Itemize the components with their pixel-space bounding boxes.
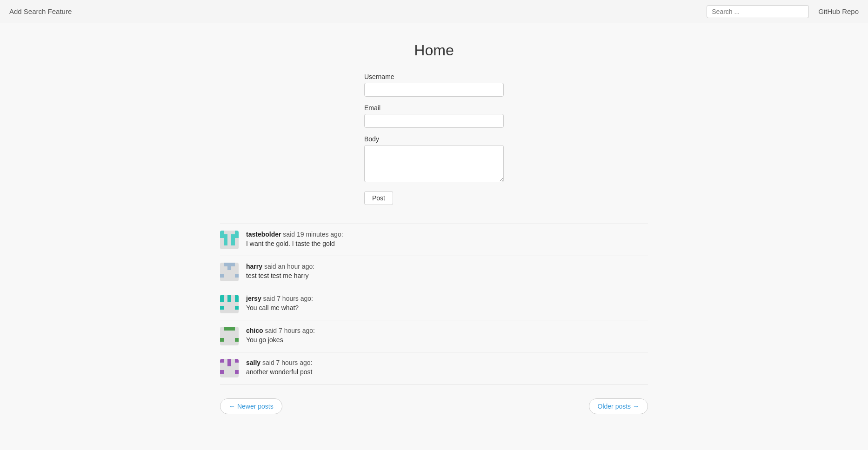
svg-rect-44 bbox=[224, 274, 227, 278]
svg-rect-88 bbox=[227, 331, 231, 334]
svg-rect-116 bbox=[235, 366, 239, 370]
svg-rect-47 bbox=[220, 278, 224, 281]
post-body: You go jokes bbox=[246, 336, 648, 344]
svg-rect-12 bbox=[235, 238, 239, 242]
svg-rect-20 bbox=[227, 242, 231, 245]
post-body: I want the gold. I taste the gold bbox=[246, 240, 648, 247]
svg-rect-74 bbox=[235, 310, 239, 313]
svg-rect-23 bbox=[224, 245, 227, 249]
svg-rect-9 bbox=[231, 234, 235, 238]
older-posts-button[interactable]: Older posts → bbox=[589, 398, 648, 414]
main-content: Home Username Email Body Post tastebolde… bbox=[211, 23, 657, 433]
svg-rect-14 bbox=[231, 238, 235, 242]
svg-rect-72 bbox=[227, 306, 231, 310]
svg-rect-122 bbox=[224, 370, 227, 374]
svg-rect-109 bbox=[227, 359, 231, 363]
svg-rect-32 bbox=[220, 266, 224, 270]
svg-rect-3 bbox=[224, 231, 227, 234]
svg-rect-63 bbox=[220, 302, 224, 306]
svg-rect-93 bbox=[227, 334, 231, 338]
svg-rect-105 bbox=[220, 359, 224, 363]
svg-rect-108 bbox=[231, 359, 235, 363]
post-content: jersy said 7 hours ago:You call me what? bbox=[246, 295, 648, 311]
avatar bbox=[220, 295, 239, 313]
svg-rect-121 bbox=[235, 370, 239, 374]
username-field-group: Username bbox=[364, 73, 504, 97]
svg-rect-128 bbox=[231, 374, 235, 377]
svg-rect-35 bbox=[231, 266, 235, 270]
svg-rect-102 bbox=[231, 342, 235, 345]
post-meta: tastebolder said 19 minutes ago: bbox=[246, 231, 648, 238]
body-textarea[interactable] bbox=[364, 145, 504, 182]
svg-rect-83 bbox=[227, 327, 231, 331]
search-input[interactable] bbox=[707, 5, 809, 18]
svg-rect-90 bbox=[235, 334, 239, 338]
body-label: Body bbox=[364, 135, 504, 143]
post-button[interactable]: Post bbox=[364, 191, 393, 205]
svg-rect-111 bbox=[235, 363, 239, 366]
svg-rect-117 bbox=[224, 366, 227, 370]
post-body: test test test me harry bbox=[246, 272, 648, 279]
svg-rect-70 bbox=[224, 306, 227, 310]
svg-rect-51 bbox=[227, 278, 231, 281]
svg-rect-53 bbox=[220, 295, 224, 298]
svg-rect-73 bbox=[220, 310, 224, 313]
svg-rect-80 bbox=[235, 327, 239, 331]
post-content: chico said 7 hours ago:You go jokes bbox=[246, 327, 648, 344]
svg-rect-42 bbox=[220, 274, 224, 278]
github-repo-link[interactable]: GitHub Repo bbox=[818, 7, 859, 15]
svg-rect-87 bbox=[231, 331, 235, 334]
email-input[interactable] bbox=[364, 114, 504, 128]
svg-rect-82 bbox=[231, 327, 235, 331]
newer-posts-button[interactable]: ← Newer posts bbox=[220, 398, 282, 414]
svg-rect-76 bbox=[231, 310, 235, 313]
svg-rect-49 bbox=[224, 278, 227, 281]
avatar bbox=[220, 231, 239, 249]
svg-rect-75 bbox=[224, 310, 227, 313]
svg-rect-6 bbox=[220, 234, 224, 238]
svg-rect-18 bbox=[224, 242, 227, 245]
svg-rect-16 bbox=[220, 242, 224, 245]
svg-rect-27 bbox=[220, 263, 224, 266]
username-label: Username bbox=[364, 73, 504, 80]
svg-rect-124 bbox=[227, 370, 231, 374]
svg-rect-48 bbox=[235, 278, 239, 281]
post-item: chico said 7 hours ago:You go jokes bbox=[220, 320, 648, 352]
post-meta: chico said 7 hours ago: bbox=[246, 327, 648, 334]
svg-rect-129 bbox=[227, 374, 231, 377]
svg-rect-28 bbox=[235, 263, 239, 266]
svg-rect-67 bbox=[227, 302, 231, 306]
svg-rect-25 bbox=[227, 245, 231, 249]
svg-rect-22 bbox=[235, 245, 239, 249]
svg-rect-115 bbox=[220, 366, 224, 370]
post-content: sally said 7 hours ago:another wonderful… bbox=[246, 359, 648, 376]
post-content: tastebolder said 19 minutes ago:I want t… bbox=[246, 231, 648, 247]
svg-rect-99 bbox=[220, 342, 224, 345]
svg-rect-57 bbox=[227, 295, 231, 298]
svg-rect-97 bbox=[231, 338, 235, 342]
post-item: sally said 7 hours ago:another wonderful… bbox=[220, 352, 648, 384]
svg-rect-107 bbox=[224, 359, 227, 363]
svg-rect-13 bbox=[224, 238, 227, 242]
svg-rect-125 bbox=[220, 374, 224, 377]
svg-rect-17 bbox=[235, 242, 239, 245]
svg-rect-103 bbox=[227, 342, 231, 345]
svg-rect-60 bbox=[224, 298, 227, 302]
username-input[interactable] bbox=[364, 83, 504, 97]
svg-rect-62 bbox=[227, 298, 231, 302]
post-form: Username Email Body Post bbox=[364, 73, 504, 205]
post-meta: harry said an hour ago: bbox=[246, 263, 648, 270]
svg-rect-33 bbox=[235, 266, 239, 270]
svg-rect-40 bbox=[231, 270, 235, 274]
svg-rect-118 bbox=[231, 366, 235, 370]
avatar bbox=[220, 359, 239, 377]
svg-rect-110 bbox=[220, 363, 224, 366]
svg-rect-101 bbox=[224, 342, 227, 345]
svg-rect-86 bbox=[224, 331, 227, 334]
posts-list: tastebolder said 19 minutes ago:I want t… bbox=[220, 224, 648, 384]
svg-rect-64 bbox=[235, 302, 239, 306]
body-field-group: Body bbox=[364, 135, 504, 184]
svg-rect-114 bbox=[227, 363, 231, 366]
svg-rect-81 bbox=[224, 327, 227, 331]
svg-rect-46 bbox=[227, 274, 231, 278]
